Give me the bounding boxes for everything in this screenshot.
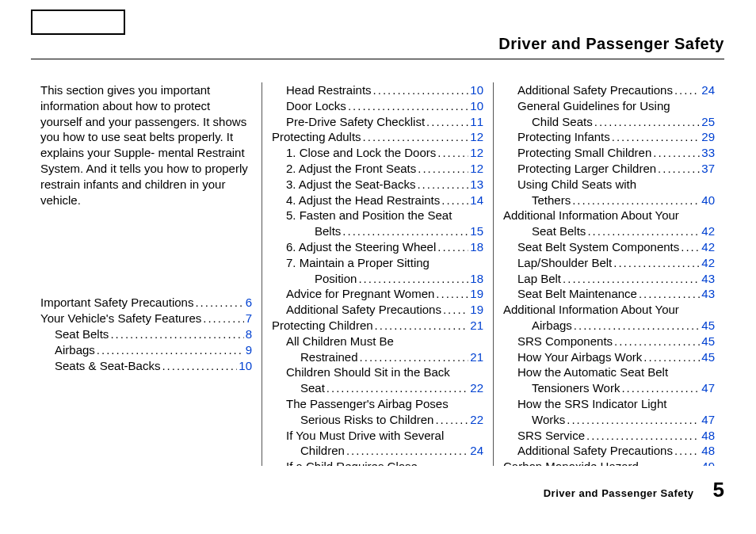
toc-label: Children Should Sit in the Back (286, 364, 450, 380)
toc-page-link[interactable]: 10 (470, 98, 483, 114)
toc-page-link[interactable]: 43 (701, 286, 715, 302)
toc-page-link[interactable]: 19 (470, 302, 483, 318)
toc-dots (681, 239, 700, 255)
toc-entry: Protecting Small Children33 (503, 145, 715, 161)
toc-label: Works (532, 412, 565, 428)
toc-entry: 3. Adjust the Seat-Backs13 (272, 177, 483, 193)
toc-page-link[interactable]: 15 (470, 223, 483, 239)
toc-dots (195, 295, 243, 311)
toc-dots (574, 318, 700, 334)
toc-page-link[interactable]: 19 (470, 286, 483, 302)
toc-page-link[interactable]: 43 (701, 271, 715, 287)
toc-page-link[interactable]: 40 (701, 193, 715, 208)
toc-page-link[interactable]: 18 (470, 239, 483, 255)
toc-label: 6. Adjust the Steering Wheel (286, 239, 436, 255)
toc-entry: Additional Safety Precautions19 (272, 302, 483, 318)
toc-label: SRS Components (517, 334, 613, 349)
toc-entry: Seat Belt System Components42 (503, 239, 715, 255)
toc-page-link[interactable]: 13 (470, 177, 483, 193)
toc-entry: Lap Belt43 (503, 271, 715, 287)
toc-page-link[interactable]: 24 (701, 82, 715, 98)
toc-page-link[interactable]: 24 (470, 443, 483, 459)
toc-entry: Serious Risks to Children22 (272, 412, 483, 428)
toc-label: Tensioners Work (532, 380, 620, 396)
toc-entry: Airbags9 (40, 342, 252, 358)
toc-page-link[interactable]: 37 (701, 161, 715, 177)
toc-page-link[interactable]: 48 (701, 443, 715, 459)
toc-page-link[interactable]: 45 (701, 318, 715, 334)
toc-page-link[interactable]: 25 (701, 114, 715, 130)
toc-page-link[interactable]: 12 (470, 145, 483, 161)
toc-dots (360, 349, 469, 365)
toc-page-link[interactable]: 45 (701, 334, 715, 349)
toc-label: If You Must Drive with Several (286, 428, 444, 444)
toc-page-link[interactable]: 12 (470, 161, 483, 177)
toc-page-link[interactable]: 22 (470, 412, 483, 428)
toc-page-link[interactable]: 48 (701, 428, 715, 444)
toc-label: SRS Service (517, 428, 585, 444)
toc-entry: Restrained21 (272, 349, 483, 365)
toc-dots (417, 177, 468, 193)
toc-page-link[interactable]: 11 (470, 114, 483, 130)
toc-label: Protecting Larger Children (517, 161, 656, 177)
toc-dots (346, 443, 468, 459)
toc-page-link[interactable]: 29 (701, 129, 715, 145)
toc-dots (586, 428, 700, 444)
toc-page-link[interactable]: 22 (470, 380, 483, 396)
toc-entry: Lap/Shoulder Belt42 (503, 255, 715, 271)
toc-page-link[interactable]: 49 (701, 459, 715, 466)
toc-label: If a Child Requires Close (286, 459, 418, 466)
toc-page-link[interactable]: 7 (246, 311, 252, 326)
toc-page-link[interactable]: 42 (701, 239, 715, 255)
toc-page-link[interactable]: 6 (246, 295, 252, 311)
toc-label: How Your Airbags Work (517, 349, 642, 365)
toc-label: Seat (300, 380, 325, 396)
toc-page-link[interactable]: 21 (470, 349, 483, 365)
toc-label: 2. Adjust the Front Seats (286, 161, 416, 177)
toc-page-link[interactable]: 14 (470, 193, 483, 208)
toc-page-link[interactable]: 42 (701, 223, 715, 239)
toc-entry: Additional Safety Precautions24 (503, 82, 715, 98)
toc-label: Head Restraints (286, 82, 372, 98)
corner-frame (31, 10, 125, 35)
toc-label: Restrained (300, 349, 358, 365)
toc-page-link[interactable]: 18 (470, 271, 483, 287)
toc-entry: 1. Close and Lock the Doors12 (272, 145, 483, 161)
toc-label: Position (315, 271, 357, 287)
toc-entry: Seat Belt Maintenance43 (503, 286, 715, 302)
toc-page-link[interactable]: 21 (470, 318, 483, 334)
toc-dots (110, 326, 243, 342)
column-3: Additional Safety Precautions24General G… (493, 82, 724, 466)
toc-entry: 4. Adjust the Head Restraints14 (272, 193, 483, 208)
toc-label: Important Safety Precautions (40, 295, 193, 311)
toc-page-link[interactable]: 47 (701, 380, 715, 396)
toc-page-link[interactable]: 8 (246, 326, 252, 342)
toc-label: Advice for Pregnant Women (286, 286, 434, 302)
toc-entry: The Passenger's Airbag Poses (272, 396, 483, 412)
toc-entry: Belts15 (272, 223, 483, 239)
toc-entry: Child Seats25 (503, 114, 715, 130)
toc-entry: Children24 (272, 443, 483, 459)
toc-dots (363, 129, 469, 145)
toc-page-link[interactable]: 10 (470, 82, 483, 98)
toc-dots (348, 98, 468, 114)
toc-label: Protecting Small Children (517, 145, 651, 161)
toc-label: Protecting Children (272, 318, 373, 334)
toc-dots (437, 239, 468, 255)
toc-page-link[interactable]: 9 (246, 342, 252, 358)
toc-label: Additional Safety Precautions (517, 443, 673, 459)
toc-dots (441, 193, 468, 208)
toc-page-link[interactable]: 42 (701, 255, 715, 271)
toc-page-link[interactable]: 33 (701, 145, 715, 161)
toc-entry: SRS Components45 (503, 334, 715, 349)
toc-page-link[interactable]: 12 (470, 129, 483, 145)
toc-entry: How Your Airbags Work45 (503, 349, 715, 365)
toc-page-link[interactable]: 47 (701, 412, 715, 428)
toc-label: Additional Information About Your (503, 208, 679, 223)
toc-page-link[interactable]: 10 (239, 358, 252, 374)
toc-label: How the SRS Indicator Light (517, 396, 666, 412)
toc-dots (435, 412, 468, 428)
toc-page-link[interactable]: 45 (701, 349, 715, 365)
toc-entry: Your Vehicle's Safety Features7 (40, 311, 252, 326)
toc-label: Tethers (532, 193, 571, 208)
